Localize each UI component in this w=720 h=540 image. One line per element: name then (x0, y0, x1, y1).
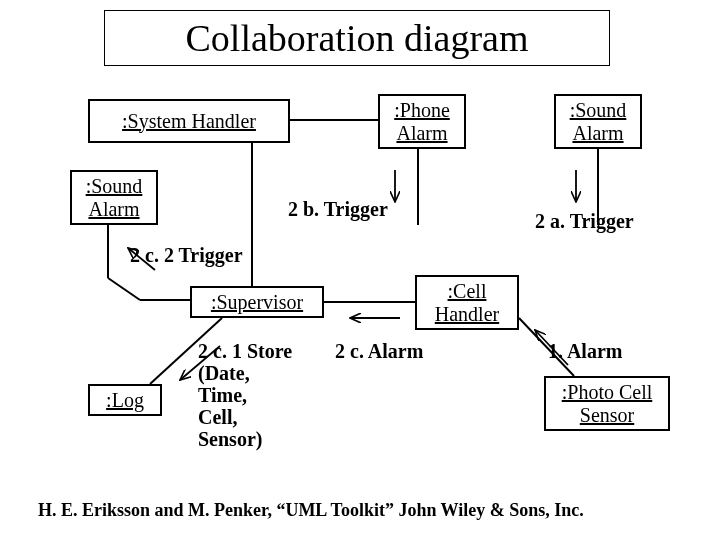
msg-2c-alarm: 2 c. Alarm (335, 340, 423, 362)
msg-1-alarm: 1. Alarm (548, 340, 622, 362)
diagram-stage: Collaboration diagram :System Handler :P… (0, 0, 720, 540)
diagram-lines (0, 0, 720, 540)
citation: H. E. Eriksson and M. Penker, “UML Toolk… (38, 500, 584, 521)
msg-2c2-trigger: 2 c. 2 Trigger (130, 244, 243, 266)
msg-2c1-store: 2 c. 1 Store (Date, Time, Cell, Sensor) (198, 340, 328, 450)
svg-line-6 (108, 278, 140, 300)
msg-2b-trigger: 2 b. Trigger (288, 198, 388, 220)
msg-2a-trigger: 2 a. Trigger (535, 210, 634, 232)
